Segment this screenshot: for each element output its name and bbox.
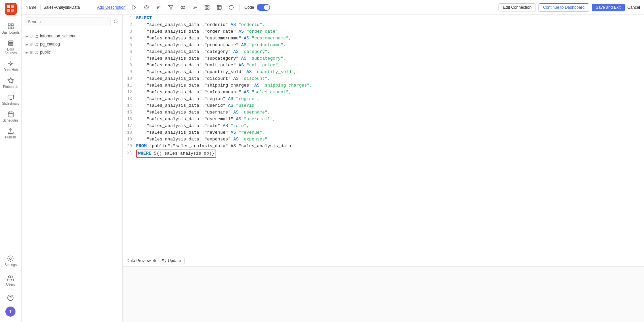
add-description-button[interactable]: Add Description <box>97 5 126 10</box>
chevron-right-icon: ▶ <box>26 51 28 54</box>
svg-marker-18 <box>133 5 136 9</box>
help-icon[interactable] <box>3 292 18 304</box>
continue-dashboard-button[interactable]: Continue to Dashboard <box>539 3 589 11</box>
code-line: 3 "sales_analysis_data"."order_date" AS … <box>123 28 644 35</box>
sql-editor[interactable]: 1SELECT2 "sales_analysis_data"."orderid"… <box>123 15 644 255</box>
svg-point-11 <box>10 63 11 65</box>
svg-line-32 <box>117 22 118 23</box>
sidebar-item-publish[interactable]: Publish <box>0 125 21 142</box>
sidebar-item-users[interactable]: Users <box>3 272 18 289</box>
code-line: 11 "sales_analysis_data"."shipping_charg… <box>123 82 644 89</box>
folder-icon-2: 🗂 <box>34 41 39 47</box>
folder-icon: 🗂 <box>34 33 39 39</box>
svg-rect-0 <box>7 5 10 8</box>
save-exit-button[interactable]: Save and Exit <box>592 4 625 11</box>
sidebar-item-schedules[interactable]: Schedules <box>0 108 21 125</box>
code-line: 6 "sales_analysis_data"."category" AS "c… <box>123 49 644 55</box>
run-button[interactable] <box>130 3 139 11</box>
sidebar-item-slideshows[interactable]: Slideshows <box>0 91 21 108</box>
svg-rect-9 <box>8 42 13 43</box>
svg-rect-3 <box>11 9 14 12</box>
code-toggle-label: Code <box>245 5 254 10</box>
edit-connection-button[interactable]: Edit Connection <box>498 3 536 11</box>
code-line: 9 "sales_analysis_data"."quantity_sold" … <box>123 69 644 75</box>
svg-rect-5 <box>11 24 13 26</box>
code-line: 20FROM "public"."sales_analysis_data" AS… <box>123 143 644 150</box>
user-avatar[interactable]: T <box>5 307 15 317</box>
chevron-right-icon: ▶ <box>26 42 28 46</box>
svg-rect-26 <box>205 5 207 7</box>
undo-button[interactable] <box>227 3 236 11</box>
svg-rect-7 <box>11 27 13 29</box>
tree-item-public[interactable]: ▶ ⊞ 🗂 public <box>22 48 122 56</box>
table-button[interactable] <box>215 3 224 11</box>
svg-marker-20 <box>168 5 173 9</box>
data-preview-bar: Data Preview Update <box>123 255 644 267</box>
code-line: 10 "sales_analysis_data"."discount" AS "… <box>123 75 644 82</box>
code-line: 17 "sales_analysis_data"."role" AS "role… <box>123 123 644 129</box>
svg-rect-4 <box>8 24 10 26</box>
sidebar-item-settings[interactable]: Settings <box>3 253 18 269</box>
svg-rect-13 <box>8 112 13 117</box>
code-line: 18 "sales_analysis_data"."revenue" AS "r… <box>123 129 644 136</box>
code-line: 19 "sales_analysis_data"."expenses" AS "… <box>123 136 644 143</box>
data-preview-label: Data Preview <box>127 258 151 263</box>
code-toggle[interactable] <box>257 4 270 11</box>
code-line: 15 "sales_analysis_data"."username" AS "… <box>123 109 644 116</box>
svg-rect-8 <box>8 41 13 42</box>
topbar: Name Add Description <box>22 0 644 15</box>
settings-btn[interactable] <box>190 3 200 11</box>
sidebar: Dashboards Data Sources Data Hub Pinboar… <box>0 0 22 322</box>
svg-rect-28 <box>205 8 207 9</box>
tree-item-pg-catalog[interactable]: ▶ ⊞ 🗂 pg_catalog <box>22 40 122 48</box>
main-area: Name Add Description <box>22 0 644 322</box>
cancel-button[interactable]: Cancel <box>627 5 640 10</box>
code-line: 1SELECT <box>123 15 644 22</box>
app-logo[interactable] <box>5 3 17 15</box>
code-line: 16 "sales_analysis_data"."useremail" AS … <box>123 116 644 123</box>
svg-rect-6 <box>8 27 10 29</box>
sidebar-item-dashboards[interactable]: Dashboards <box>0 20 21 37</box>
search-icon-button[interactable] <box>113 19 119 26</box>
svg-point-15 <box>10 258 11 260</box>
code-line: 12 "sales_analysis_data"."sales_amount" … <box>123 89 644 96</box>
svg-rect-12 <box>8 95 13 99</box>
search-area <box>22 15 122 29</box>
schema-grid-icon-3: ⊞ <box>30 50 33 55</box>
editor-area: 1SELECT2 "sales_analysis_data"."orderid"… <box>123 15 644 322</box>
code-line: 5 "sales_analysis_data"."productname" AS… <box>123 42 644 49</box>
content-area: ▶ ⊞ 🗂 information_schema ▶ ⊞ 🗂 pg_catalo… <box>22 15 644 322</box>
svg-rect-30 <box>217 5 221 9</box>
schema-panel: ▶ ⊞ 🗂 information_schema ▶ ⊞ 🗂 pg_catalo… <box>22 15 123 322</box>
search-input[interactable] <box>25 18 111 26</box>
schema-grid-icon: ⊞ <box>30 34 33 38</box>
code-line: 14 "sales_analysis_data"."userid" AS "us… <box>123 102 644 109</box>
tree-item-information-schema[interactable]: ▶ ⊞ 🗂 information_schema <box>22 32 122 40</box>
filter-button[interactable] <box>166 3 175 11</box>
sidebar-item-pinboards[interactable]: Pinboards <box>0 74 21 91</box>
svg-point-19 <box>146 7 147 8</box>
code-line: 13 "sales_analysis_data"."region" AS "re… <box>123 96 644 102</box>
folder-icon-3: 🗂 <box>34 50 39 55</box>
function-button[interactable] <box>154 3 163 11</box>
dataset-name-input[interactable] <box>40 4 94 11</box>
code-line: 8 "sales_analysis_data"."unit_price" AS … <box>123 62 644 69</box>
svg-point-16 <box>9 276 11 278</box>
preview-button[interactable] <box>142 3 151 11</box>
svg-rect-10 <box>8 44 13 45</box>
svg-rect-1 <box>11 5 14 8</box>
sidebar-item-data-sources[interactable]: Data Sources <box>0 37 21 58</box>
update-button[interactable]: Update <box>159 257 185 264</box>
sidebar-item-data-hub[interactable]: Data Hub <box>0 58 21 74</box>
code-line: 21WHERE ${(:sales_analysis_db)} <box>123 150 644 158</box>
svg-rect-27 <box>207 5 209 7</box>
chevron-right-icon: ▶ <box>26 34 28 38</box>
join-button[interactable] <box>178 3 188 11</box>
status-dot <box>153 259 156 262</box>
svg-rect-29 <box>207 8 209 9</box>
separator-1 <box>239 4 240 11</box>
grid-button[interactable] <box>202 3 212 11</box>
svg-rect-2 <box>7 9 10 12</box>
bottom-panel: Data Preview Update <box>123 255 644 322</box>
code-line: 7 "sales_analysis_data"."subcategory" AS… <box>123 55 644 62</box>
